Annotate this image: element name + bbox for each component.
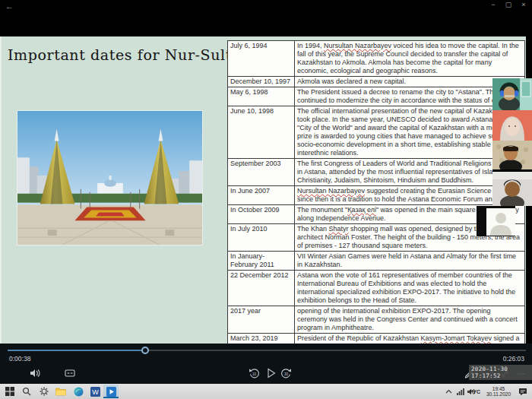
table-row: September 2003 The first Congress of Lea… <box>228 159 524 186</box>
player-control-bar: 0:00:38 0:26:03 10 <box>0 344 532 384</box>
table-cell-date: In October 2009 <box>228 205 295 223</box>
dates-table: July 6, 1994 In 1994, Nursultan Nazarbay… <box>227 40 525 344</box>
table-cell-date: In January-February 2011 <box>228 252 295 270</box>
table-cell-date: September 2003 <box>228 159 295 185</box>
underlined-term: Nursultan Nazarbayev <box>297 187 365 195</box>
table-row: 2017 year opening of the international e… <box>228 306 524 334</box>
file-explorer-icon[interactable] <box>55 386 67 397</box>
table-row: December 10, 1997 Akmola was declared a … <box>228 77 524 87</box>
word-icon[interactable]: W <box>89 386 101 397</box>
slide-title: Important dates for Nur-Sultan <box>8 46 251 63</box>
underlined-term: Nursultan Nazarbayev <box>324 42 391 49</box>
play-button[interactable] <box>265 367 277 379</box>
webcam-participant-5[interactable] <box>477 206 515 236</box>
recording-timestamp: 2020-11-30 17:17:52 <box>469 365 532 380</box>
underlined-term: Shatyr <box>329 225 349 233</box>
avatar-placeholder <box>486 208 515 236</box>
total-duration: 0:26:03 <box>503 355 524 363</box>
movies-tv-app-icon[interactable] <box>105 386 117 397</box>
settings-gear-icon[interactable] <box>38 386 50 397</box>
svg-text:W: W <box>92 388 99 395</box>
taskbar: W РУС 19 <box>0 384 532 399</box>
table-cell-date: July 6, 1994 <box>228 41 295 76</box>
seek-bar[interactable] <box>8 350 526 351</box>
search-icon[interactable] <box>21 386 33 397</box>
table-row: June 10, 1998 The official international… <box>228 106 524 159</box>
webcam-participant-1[interactable] <box>492 78 532 110</box>
table-cell-event: President of the Republic of Kazakhstan … <box>295 334 524 344</box>
underlined-term: Kasym-Jomart Tokayev <box>421 334 492 342</box>
table-cell-date: December 10, 1997 <box>228 77 295 87</box>
elapsed-time: 0:00:38 <box>9 355 30 363</box>
close-icon[interactable]: × <box>518 1 529 8</box>
start-button[interactable] <box>4 386 16 397</box>
table-row: July 6, 1994 In 1994, Nursultan Nazarbay… <box>228 41 524 77</box>
maximize-icon[interactable]: ▢ <box>503 1 514 8</box>
tray-date: 30.11.2020 <box>483 391 514 397</box>
closed-captions-icon[interactable] <box>64 367 76 379</box>
volume-icon[interactable] <box>29 367 41 379</box>
table-cell-event: Akmola was declared a new capital. <box>295 77 524 87</box>
presentation-slide: Important dates for Nur-Sultan <box>0 36 526 344</box>
table-row: March 23, 2019 President of the Republic… <box>228 334 524 344</box>
table-row: May 6, 1998 The President issued a decre… <box>228 87 524 106</box>
table-cell-date: 22 December 2012 <box>228 271 295 306</box>
video-stage: Important dates for Nur-Sultan <box>0 36 532 344</box>
title-bar: ← − ▢ × <box>0 0 532 36</box>
tray-chevron-up-icon[interactable] <box>442 386 454 397</box>
table-row: 22 December 2012 Astana won the vote of … <box>228 271 524 306</box>
skip-back-10-icon[interactable]: 10 <box>248 367 260 379</box>
webcam-participant-4[interactable] <box>492 169 532 206</box>
table-cell-date: 2017 year <box>228 306 295 333</box>
action-center-icon[interactable] <box>517 386 529 397</box>
table-cell-date: June 10, 1998 <box>228 106 295 158</box>
table-row: In January-February 2011 VII Winter Asia… <box>228 252 524 271</box>
table-row: In June 2007 Nursultan Nazarbayev sugges… <box>228 186 524 205</box>
back-icon[interactable]: ← <box>5 2 14 11</box>
svg-text:30: 30 <box>283 372 288 376</box>
underlined-term: Қазақ елі <box>347 206 376 214</box>
svg-text:10: 10 <box>252 372 256 376</box>
skip-forward-30-icon[interactable]: 30 <box>280 367 292 379</box>
app-window: ← − ▢ × Important dates for Nur-Sultan <box>0 0 532 399</box>
city-photo <box>17 110 203 245</box>
seek-handle[interactable] <box>141 347 149 354</box>
tray-time: 19:45 <box>483 386 514 391</box>
language-indicator[interactable]: РУС <box>470 389 480 394</box>
table-cell-date: In June 2007 <box>228 186 295 204</box>
webcam-participant-3[interactable] <box>492 141 532 169</box>
table-cell-date: In July 2010 <box>228 224 295 251</box>
table-cell-event: opening of the international exhibition … <box>295 306 524 333</box>
table-cell-event: VII Winter Asian Games were held in Asta… <box>295 252 524 270</box>
tray-clock[interactable]: 19:45 30.11.2020 <box>483 386 514 397</box>
table-cell-event: In 1994, Nursultan Nazarbayev voiced his… <box>295 41 524 76</box>
table-cell-date: March 23, 2019 <box>228 334 295 344</box>
table-cell-event: The official international presentation … <box>295 106 524 158</box>
webcam-participant-2[interactable] <box>492 110 532 141</box>
seek-progress <box>8 350 141 351</box>
table-cell-event: The first Congress of Leaders of World a… <box>295 159 524 185</box>
table-cell-event: Nursultan Nazarbayev suggested creating … <box>295 186 524 204</box>
minimize-icon[interactable]: − <box>488 1 499 8</box>
table-cell-event: Astana won the vote of 161 representativ… <box>295 271 524 306</box>
table-cell-event: The President issued a decree to rename … <box>295 87 524 106</box>
table-cell-date: May 6, 1998 <box>228 87 295 106</box>
edge-browser-icon[interactable] <box>72 386 84 397</box>
